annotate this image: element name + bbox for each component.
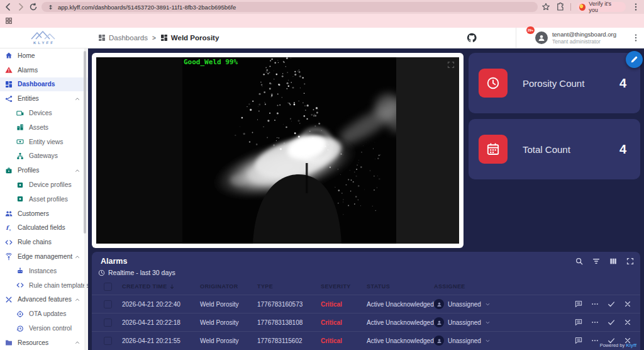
- chevron-up-icon[interactable]: [74, 167, 80, 174]
- user-role: Tenant administrator: [552, 38, 616, 45]
- sidebar-item-label: Calculated fields: [18, 224, 65, 231]
- assignee-avatar-icon: [434, 336, 444, 346]
- sidebar-item-instances[interactable]: Instances: [0, 264, 87, 278]
- alarm-details-icon[interactable]: [575, 319, 582, 326]
- forward-icon[interactable]: [16, 3, 25, 11]
- sidebar-item-advanced-features[interactable]: Advanced features: [0, 293, 87, 307]
- clear-icon[interactable]: [624, 319, 631, 326]
- column-header-severity[interactable]: Severity: [321, 283, 367, 290]
- logo-mountains-icon: [31, 31, 57, 40]
- column-header-assignee[interactable]: Assignee: [434, 283, 569, 290]
- assignee-avatar-icon: [434, 317, 444, 327]
- sidebar-item-dashboards[interactable]: Dashboards: [0, 77, 87, 92]
- github-icon[interactable]: [467, 33, 477, 43]
- card-value: 4: [619, 142, 626, 157]
- sidebar-item-entities[interactable]: Entities: [0, 91, 87, 106]
- assignee-selector[interactable]: Unassigned: [434, 299, 569, 309]
- sidebar-item-assets[interactable]: Assets: [0, 120, 87, 135]
- sidebar-item-label: Advanced features: [18, 296, 72, 303]
- image-fullscreen-icon[interactable]: [447, 61, 455, 69]
- alarm-row[interactable]: 2026-04-21 20:22:40Weld Porosity17767831…: [92, 295, 640, 313]
- fullscreen-icon[interactable]: [626, 257, 634, 265]
- row-checkbox[interactable]: [104, 319, 112, 327]
- assignee-selector[interactable]: Unassigned: [434, 336, 569, 346]
- row-checkbox[interactable]: [104, 337, 112, 345]
- columns-icon[interactable]: [609, 257, 617, 265]
- alarm-details-icon[interactable]: [575, 300, 582, 308]
- chevron-up-icon[interactable]: [74, 254, 80, 260]
- sidebar-item-ota-updates[interactable]: OTA updates: [0, 307, 87, 321]
- column-header-type[interactable]: Type: [257, 283, 321, 290]
- sidebar-item-label: Device profiles: [29, 181, 72, 188]
- sidebar-item-label: Home: [18, 52, 35, 59]
- sort-desc-icon[interactable]: [169, 284, 175, 290]
- verify-button[interactable]: Verify it's you: [577, 2, 626, 12]
- dashboard-icon: [5, 81, 13, 88]
- reload-icon[interactable]: [29, 3, 38, 11]
- sidebar-item-asset-profiles[interactable]: Asset profiles: [0, 192, 87, 206]
- sidebar-item-label: OTA updates: [29, 310, 66, 317]
- card-value: 4: [619, 76, 626, 91]
- sidebar-item-rule-chains[interactable]: Rule chains: [0, 235, 87, 249]
- sidebar-item-label: Version control: [29, 325, 72, 332]
- detection-label: Good_Weld 99%: [184, 58, 238, 66]
- column-header-created-time[interactable]: Created time: [122, 283, 200, 290]
- row-checkbox[interactable]: [104, 300, 112, 308]
- chevron-up-icon[interactable]: [74, 96, 80, 102]
- sidebar-item-label: Dashboards: [18, 81, 55, 88]
- breadcrumb-dashboards[interactable]: Dashboards: [98, 34, 148, 42]
- assignee-selector[interactable]: Unassigned: [434, 317, 569, 327]
- sidebar-item-gateways[interactable]: Gateways: [0, 149, 87, 164]
- alarm-details-icon[interactable]: [575, 337, 582, 344]
- breadcrumb-current[interactable]: Weld Porosity: [160, 34, 219, 42]
- alarm-more-icon[interactable]: [591, 319, 599, 326]
- time-range-selector[interactable]: Realtime - last 30 days: [92, 267, 640, 278]
- home-icon: [5, 52, 13, 59]
- column-header-status[interactable]: Status: [367, 283, 434, 290]
- bookmark-star-icon[interactable]: [541, 3, 550, 11]
- site-info-icon[interactable]: [47, 4, 54, 11]
- sidebar-item-calculated-fields[interactable]: fxCalculated fields: [0, 221, 87, 235]
- sidebar-item-devices[interactable]: Devices: [0, 106, 87, 120]
- sidebar-item-device-profiles[interactable]: Device profiles: [0, 178, 87, 192]
- sidebar-item-resources[interactable]: Resources: [0, 336, 87, 350]
- back-icon[interactable]: [4, 3, 13, 11]
- extensions-icon[interactable]: [556, 3, 565, 11]
- edge-icon: [5, 253, 13, 261]
- user-menu[interactable]: 29+ tenant@thingsboard.org Tenant admini…: [535, 31, 616, 45]
- sidebar-item-profiles[interactable]: Profiles: [0, 163, 87, 178]
- select-all-checkbox[interactable]: [104, 283, 112, 291]
- sidebar-item-entity-views[interactable]: Entity views: [0, 135, 87, 149]
- alarm-more-icon[interactable]: [591, 300, 599, 308]
- assets-icon: [16, 123, 24, 131]
- sidebar-item-label: Profiles: [18, 167, 39, 174]
- sidebar-item-rule-chain-templates[interactable]: Rule chain templates: [0, 278, 87, 293]
- powered-brand: Klyff: [626, 342, 636, 348]
- sidebar-item-home[interactable]: Home: [0, 48, 87, 63]
- alarm-row[interactable]: 2026-04-21 20:21:55Weld Porosity17767831…: [92, 331, 640, 349]
- clear-icon[interactable]: [624, 300, 631, 308]
- acknowledge-icon[interactable]: [608, 300, 615, 308]
- chevron-up-icon[interactable]: [74, 339, 80, 346]
- search-icon[interactable]: [575, 257, 583, 265]
- sidebar-item-label: Devices: [29, 110, 52, 116]
- sidebar-item-label: Edge management: [18, 253, 72, 260]
- chevron-up-icon[interactable]: [74, 296, 80, 303]
- alarm-more-icon[interactable]: [591, 337, 599, 344]
- sidebar-item-customers[interactable]: Customers: [0, 206, 87, 221]
- filter-icon[interactable]: [592, 257, 600, 265]
- klyff-logo[interactable]: KLYFF: [0, 31, 88, 45]
- sidebar-item-alarms[interactable]: Alarms: [0, 63, 87, 77]
- alarm-row[interactable]: 2026-04-21 20:22:18Weld Porosity17767831…: [92, 313, 640, 331]
- sidebar-item-edge-management[interactable]: Edge management: [0, 249, 87, 264]
- edit-dashboard-button[interactable]: [626, 51, 643, 68]
- column-header-originator[interactable]: Originator: [200, 283, 257, 290]
- sidebar-scrollbar[interactable]: [84, 48, 87, 350]
- sidebar-item-version-control[interactable]: Version control: [0, 321, 87, 336]
- acknowledge-icon[interactable]: [608, 319, 615, 326]
- cell-status: Active Unacknowledged: [367, 337, 434, 344]
- browser-menu-icon[interactable]: [631, 3, 640, 11]
- address-bar[interactable]: app.klyff.com/dashboards/51453720-3891-1…: [42, 2, 538, 12]
- header-menu-icon[interactable]: [631, 33, 640, 42]
- apps-grid-icon[interactable]: [5, 17, 13, 25]
